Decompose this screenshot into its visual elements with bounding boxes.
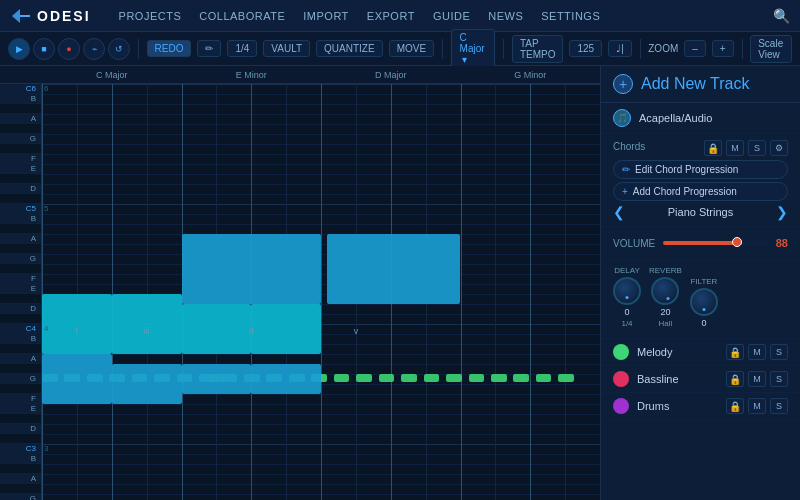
redo-button[interactable]: REDO [147,40,192,57]
melody-track[interactable]: Melody 🔒 M S [601,339,800,366]
v-half-line-7 [565,84,566,500]
bassline-lock[interactable]: 🔒 [726,371,744,387]
drums-dot [613,398,629,414]
nav-projects[interactable]: PROJECTS [119,10,182,22]
add-chord-btn[interactable]: + Add Chord Progression [613,182,788,201]
search-icon[interactable]: 🔍 [773,8,790,24]
note-label-b-37: B [0,454,41,464]
nav-settings[interactable]: SETTINGS [541,10,600,22]
nav-news[interactable]: NEWS [488,10,523,22]
add-chord-label: Add Chord Progression [633,186,737,197]
nav-import[interactable]: IMPORT [303,10,349,22]
bassline-track[interactable]: Bassline 🔒 M S [601,366,800,393]
chord-label-0: C Major [42,70,182,80]
transport-controls: ▶ ■ ● ⌁ ↺ [8,38,130,60]
note-label-g-17: G [0,254,41,264]
add-new-track-button[interactable]: + Add New Track [601,66,800,103]
nav-collaborate[interactable]: COLLABORATE [199,10,285,22]
nav-export[interactable]: EXPORT [367,10,415,22]
note-label-a-39: A [0,474,41,484]
record-button[interactable]: ● [58,38,80,60]
play-button[interactable]: ▶ [8,38,30,60]
v-line-7 [530,84,531,500]
bpm-display[interactable]: 125 [569,40,602,57]
delay-knob[interactable] [613,277,641,305]
drums-mute[interactable]: M [748,398,766,414]
note-label-as-14 [0,224,41,234]
note-label-ds-9 [0,174,41,184]
tap-tempo-button[interactable]: TAP TEMPO [512,35,564,63]
filter-group: FILTER 0 [690,277,718,328]
drums-track[interactable]: Drums 🔒 M S [601,393,800,420]
octave-num-0: 6 [44,84,48,93]
zoom-out-button[interactable]: – [684,40,706,57]
grid-scroll[interactable]: IiiiIIv6543 [42,84,600,500]
chords-mute-btn[interactable]: M [726,140,744,156]
nav-left-arrow[interactable]: ❮ [613,204,625,220]
drums-lock[interactable]: 🔒 [726,398,744,414]
reverb-knob[interactable] [651,277,679,305]
top-nav: ODESI PROJECTS COLLABORATE IMPORT EXPORT… [0,0,800,32]
roman-numeral-I: I [76,326,79,336]
bassline-mute[interactable]: M [748,371,766,387]
note-label-fs-30 [0,384,41,394]
quantize-button[interactable]: QUANTIZE [316,40,383,57]
bassline-dot [613,371,629,387]
teal-chord-3 [182,304,252,354]
grid-wrapper: C6BAGFEDC5BAGFEDC4BAGFEDC3BAG IiiiIIv654… [0,84,600,500]
edit-chord-btn[interactable]: ✏ Edit Chord Progression [613,160,788,179]
sep-1 [138,39,139,59]
filter-val: 0 [701,318,706,328]
green-note-22 [513,374,529,382]
volume-slider[interactable] [663,241,768,245]
piano-strings-label: Piano Strings [668,206,733,218]
note-label-f-31: F [0,394,41,404]
zoom-in-button[interactable]: + [712,40,734,57]
melody-lock[interactable]: 🔒 [726,344,744,360]
note-label-g-41: G [0,494,41,500]
volume-fill [663,241,741,245]
drums-label: Drums [637,400,718,412]
acapella-track[interactable]: 🎵 Acapella/Audio [601,103,800,134]
blue-low-3 [182,364,252,394]
melody-solo[interactable]: S [770,344,788,360]
metronome-icon[interactable]: ♩| [608,40,632,57]
volume-thumb [732,237,742,247]
loop-button[interactable]: ⌁ [83,38,105,60]
note-label-c-12: C5 [0,204,41,214]
pencil-tool[interactable]: ✏ [197,40,221,57]
undo-button[interactable]: ↺ [108,38,130,60]
green-note-18 [424,374,440,382]
note-label-cs-35 [0,434,41,444]
nav-guide[interactable]: GUIDE [433,10,470,22]
chords-lock-btn[interactable]: 🔒 [704,140,722,156]
nav-right-arrow[interactable]: ❯ [776,204,788,220]
scale-view-button[interactable]: Scale View [750,35,792,63]
bassline-controls: 🔒 M S [726,371,788,387]
note-label-a-3: A [0,114,41,124]
note-label-gs-16 [0,244,41,254]
note-label-cs-23 [0,314,41,324]
drums-solo[interactable]: S [770,398,788,414]
chord-bar: C Major E Minor D Major G Minor [0,66,600,84]
key-selector[interactable]: C Major ▾ [451,29,496,68]
note-label-as-38 [0,464,41,474]
filter-knob[interactable] [690,288,718,316]
note-label-as-2 [0,104,41,114]
roman-numeral-iii: iii [144,326,150,336]
knob-row: DELAY 0 1/4 REVERB 20 Hall FILTER 0 [613,266,788,328]
edit-icon: ✏ [622,164,630,175]
scale-value: Major [460,43,485,54]
piano-area: C Major E Minor D Major G Minor C6BAGFED… [0,66,600,500]
chords-solo-btn[interactable]: S [748,140,766,156]
chords-settings-btn[interactable]: ⚙ [770,140,788,156]
quantize-val-btn[interactable]: 1/4 [227,40,257,57]
move-button[interactable]: MOVE [389,40,434,57]
melody-mute[interactable]: M [748,344,766,360]
chords-section: Chords 🔒 M S ⚙ ✏ Edit Chord Progression … [601,134,800,227]
vault-button[interactable]: VAULT [263,40,310,57]
stop-button[interactable]: ■ [33,38,55,60]
note-label-gs-28 [0,364,41,374]
note-label-d-10: D [0,184,41,194]
bassline-solo[interactable]: S [770,371,788,387]
